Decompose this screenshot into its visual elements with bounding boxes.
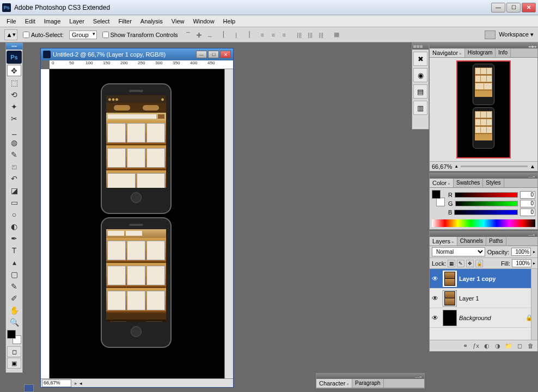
tab-channels[interactable]: Channels <box>457 237 486 246</box>
gradient-tool[interactable]: ▭ <box>7 197 21 208</box>
menu-view[interactable]: View <box>167 16 189 26</box>
layer-row[interactable]: 👁 Background 🔒 <box>430 308 537 328</box>
show-transform-checkbox[interactable]: Show Transform Controls <box>102 32 178 38</box>
toolbox-handle[interactable] <box>6 43 22 50</box>
vertical-scrollbar[interactable] <box>224 69 233 378</box>
zoom-in-icon[interactable]: ▲ <box>530 163 535 169</box>
tab-swatches[interactable]: Swatches <box>454 179 483 187</box>
distribute-v-icon[interactable]: ≡ <box>268 30 278 40</box>
menu-edit[interactable]: Edit <box>21 16 40 26</box>
eyedropper-tool[interactable]: ✐ <box>7 292 21 304</box>
info-icon[interactable]: ▸ <box>75 381 77 386</box>
minimize-button[interactable]: — <box>491 3 505 13</box>
align-left-icon[interactable]: ▏ <box>221 30 230 40</box>
adjustment-layer-icon[interactable]: ◑ <box>493 341 503 350</box>
tab-styles[interactable]: Styles <box>483 179 504 187</box>
slice-tool[interactable]: ⎯ <box>7 125 21 136</box>
marquee-tool[interactable]: ⬚ <box>7 77 21 88</box>
b-value[interactable]: 0 <box>520 209 535 216</box>
pen-tool[interactable]: ✒ <box>7 232 21 244</box>
screen-mode-toggle[interactable]: ▣ <box>7 358 21 369</box>
layer-name[interactable]: Background <box>459 315 491 321</box>
distribute-bottom-icon[interactable]: ≡ <box>279 30 289 40</box>
zoom-tool[interactable]: 🔍 <box>7 316 21 328</box>
distribute-h-icon[interactable]: ||| <box>305 30 315 40</box>
layer-list-scrollbar[interactable] <box>531 269 537 340</box>
r-value[interactable]: 0 <box>520 191 535 199</box>
active-tool-icon[interactable]: ▲▾ <box>4 29 17 40</box>
menu-select[interactable]: Select <box>89 16 114 26</box>
align-top-icon[interactable]: ⎺ <box>184 30 193 40</box>
document-titlebar[interactable]: Untitled-2 @ 66,7% (Layer 1 copy, RGB/8)… <box>41 48 233 60</box>
menu-file[interactable]: File <box>2 16 21 26</box>
layer-thumbnail[interactable] <box>443 310 457 326</box>
type-tool[interactable]: T <box>7 244 21 256</box>
distribute-left-icon[interactable]: ||| <box>295 30 304 40</box>
layer-row[interactable]: 👁 Layer 1 <box>430 289 537 308</box>
healing-tool[interactable]: ◍ <box>7 137 21 148</box>
new-group-icon[interactable]: 📁 <box>504 341 513 350</box>
distribute-right-icon[interactable]: ||| <box>316 30 326 40</box>
foreground-color-swatch[interactable] <box>7 330 16 339</box>
color-spectrum[interactable] <box>432 219 535 227</box>
layer-mask-icon[interactable]: ◐ <box>482 341 492 350</box>
shape-tool[interactable]: ▢ <box>7 268 21 280</box>
menu-filter[interactable]: Filter <box>114 16 136 26</box>
distribute-top-icon[interactable]: ≡ <box>258 30 267 40</box>
strip-header[interactable] <box>412 43 429 50</box>
auto-select-checkbox[interactable]: Auto-Select: <box>23 32 64 38</box>
lock-position-icon[interactable]: ✥ <box>466 260 474 267</box>
tab-color[interactable]: Color× <box>430 179 454 187</box>
hand-tool[interactable]: ✋ <box>7 304 21 316</box>
menu-layer[interactable]: Layer <box>65 16 89 26</box>
palette-icon[interactable] <box>485 30 496 39</box>
taskbar-document-icon[interactable] <box>24 384 34 392</box>
opacity-input[interactable]: 100% <box>511 248 531 256</box>
panel-header[interactable]: —× <box>430 231 537 237</box>
horizontal-scrollbar[interactable]: ◂ <box>80 381 82 386</box>
align-vcenter-icon[interactable]: 🞣 <box>194 30 204 40</box>
lock-all-icon[interactable]: 🔒 <box>475 260 483 267</box>
auto-align-icon[interactable]: ▦ <box>332 30 341 40</box>
stamp-tool[interactable]: ⏍ <box>7 161 21 172</box>
align-right-icon[interactable]: ▕ <box>242 30 252 40</box>
menu-window[interactable]: Window <box>188 16 218 26</box>
menu-analysis[interactable]: Analysis <box>136 16 167 26</box>
blend-mode-dropdown[interactable]: Normal <box>432 247 485 256</box>
tab-layers[interactable]: Layers× <box>430 237 457 246</box>
panel-header[interactable]: —× <box>430 173 537 179</box>
tab-navigator[interactable]: Navigator× <box>430 48 465 57</box>
visibility-toggle[interactable]: 👁 <box>430 314 441 322</box>
path-select-tool[interactable]: ▴ <box>7 256 21 268</box>
layer-thumbnail[interactable] <box>443 290 457 307</box>
tab-character[interactable]: Character× <box>316 379 352 388</box>
align-bottom-icon[interactable]: ⎽ <box>205 30 215 40</box>
visibility-toggle[interactable]: 👁 <box>430 295 441 302</box>
align-hcenter-icon[interactable]: | <box>231 30 241 40</box>
doc-close-button[interactable]: ✕ <box>220 51 231 58</box>
r-slider[interactable] <box>455 192 518 198</box>
zoom-out-icon[interactable]: ▲ <box>454 164 458 169</box>
zoom-input[interactable]: 66,67% <box>42 379 71 387</box>
lasso-tool[interactable]: ⟲ <box>7 89 21 100</box>
link-layers-icon[interactable]: ⚭ <box>460 341 470 350</box>
lock-transparency-icon[interactable]: ▦ <box>448 260 455 267</box>
layer-style-icon[interactable]: ƒx <box>471 341 481 350</box>
layer-thumbnail[interactable] <box>443 271 457 287</box>
delete-layer-icon[interactable]: 🗑 <box>525 341 535 350</box>
quick-mask-toggle[interactable]: ◻ <box>7 346 21 357</box>
layer-name[interactable]: Layer 1 copy <box>459 275 496 282</box>
eraser-tool[interactable]: ◪ <box>7 185 21 196</box>
lock-pixels-icon[interactable]: ✎ <box>457 260 464 267</box>
close-button[interactable]: ✕ <box>522 3 536 13</box>
notes-tool[interactable]: ✎ <box>7 280 21 292</box>
g-value[interactable]: 0 <box>520 200 535 207</box>
panel-header[interactable]: ◂◂▸▸ <box>430 43 537 48</box>
doc-minimize-button[interactable]: — <box>196 51 207 58</box>
maximize-button[interactable]: ☐ <box>506 3 521 13</box>
tab-paths[interactable]: Paths <box>486 237 506 246</box>
menu-help[interactable]: Help <box>219 16 240 26</box>
history-brush-tool[interactable]: ↶ <box>7 173 21 184</box>
doc-maximize-button[interactable]: ☐ <box>208 51 219 58</box>
layer-row[interactable]: 👁 Layer 1 copy <box>430 269 537 289</box>
